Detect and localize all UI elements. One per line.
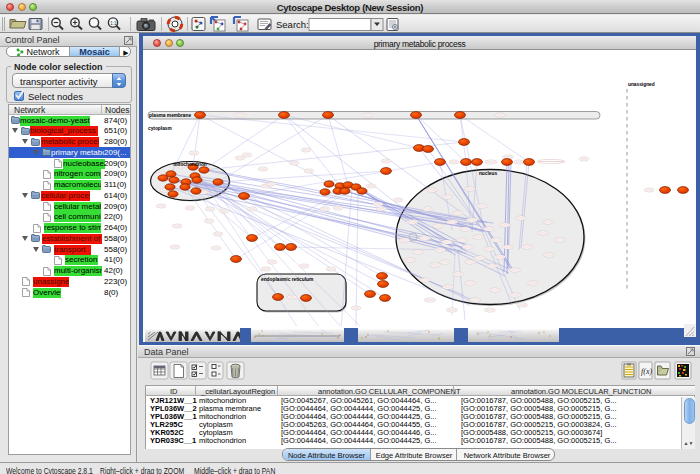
svg-text:plasma membrane: plasma membrane xyxy=(149,113,191,118)
svg-text:endoplasmic reticulum: endoplasmic reticulum xyxy=(261,277,313,282)
svg-text:f(x): f(x) xyxy=(641,367,652,376)
svg-text:nucleus: nucleus xyxy=(479,171,497,176)
svg-text:mitochondrion: mitochondrion xyxy=(173,162,207,167)
svg-text:1:1: 1:1 xyxy=(110,21,117,26)
svg-text:unassigned: unassigned xyxy=(628,82,655,87)
svg-text:cytoplasm: cytoplasm xyxy=(148,126,172,131)
svg-text:Search:: Search: xyxy=(276,19,309,30)
